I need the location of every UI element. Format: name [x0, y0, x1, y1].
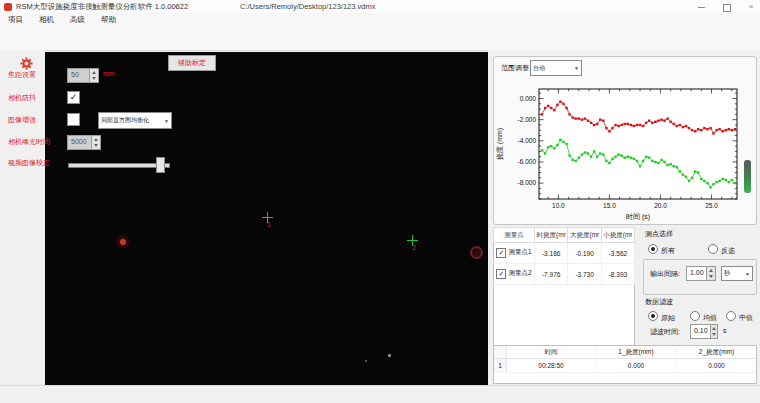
aux-calibration-button[interactable]: 辅助标定 — [168, 55, 216, 71]
svg-text:0.000: 0.000 — [520, 95, 537, 102]
radio-median[interactable]: 中值 — [726, 311, 753, 323]
video-red-dot-marker — [120, 239, 126, 245]
focal-length-value: 50 — [68, 69, 89, 82]
data-log-table: 时间 1_挠度(mm) 2_挠度(mm) 1 00:28:50 0.000 0.… — [493, 345, 757, 384]
video-correction-slider[interactable] — [68, 163, 170, 168]
stabilize-checkbox[interactable]: ✓ — [67, 91, 80, 104]
enhance-label: 图像增强 — [8, 115, 36, 125]
data-log-header: 时间 1_挠度(mm) 2_挠度(mm) — [494, 346, 756, 359]
exposure-value: 5000 — [68, 136, 91, 149]
point1-min: -3.562 — [601, 243, 634, 264]
radio-all[interactable]: 所有 — [648, 244, 675, 256]
focal-length-label: 焦距设置 — [8, 70, 36, 80]
app-window: RSM大型设施挠度非接触测量仪分析软件 1.0.00622 C:/Users/R… — [0, 0, 760, 403]
range-adjust-dropdown[interactable]: 自动▼ — [530, 60, 582, 76]
vertical-green-slider[interactable] — [744, 160, 751, 193]
enhance-mode-value: 局部直方图均衡化 — [101, 116, 149, 125]
video-correction-label: 视频图像校正 — [8, 158, 50, 168]
table-header-row: 测量点 时挠度(mr 大挠度(mr 小挠度(mr — [494, 228, 635, 243]
range-adjust-label: 范围调整 — [501, 63, 529, 73]
row-deflection2: 0.000 — [676, 362, 756, 369]
point1-max: -0.190 — [568, 243, 601, 264]
video-ring-marker — [470, 246, 483, 259]
svg-text:25.0: 25.0 — [705, 202, 718, 209]
col-max: 大挠度(mr — [568, 228, 601, 243]
point-select-title: 测点选择 — [645, 229, 673, 239]
row-time: 00:28:50 — [507, 362, 595, 369]
slider-handle[interactable] — [156, 157, 165, 173]
radio-invert[interactable]: 反选 — [708, 244, 735, 256]
point2-name: 测量点2 — [508, 269, 531, 276]
chevron-down-icon: ▼ — [164, 118, 169, 124]
focal-unit-label: mm — [103, 70, 115, 77]
target1-number: 1 — [267, 221, 271, 228]
minimize-button[interactable] — [694, 2, 708, 12]
row1-checkbox[interactable]: ✓ — [496, 248, 506, 258]
output-interval-value: 1.00 — [687, 267, 706, 280]
point1-name: 测量点1 — [508, 248, 531, 255]
svg-text:10.0: 10.0 — [552, 202, 565, 209]
point2-current: -7.976 — [534, 264, 567, 285]
filter-time-spinner[interactable]: 0.10 — [690, 324, 718, 339]
svg-text:-2.000: -2.000 — [518, 116, 537, 123]
radio-median-icon[interactable] — [726, 311, 736, 321]
maximize-button[interactable] — [720, 2, 734, 12]
radio-raw[interactable]: 原始 — [648, 311, 675, 323]
col-deflection1: 1_挠度(mm) — [595, 348, 676, 357]
row-index: 1 — [494, 359, 507, 372]
video-faint-dot — [365, 360, 367, 362]
table-row[interactable]: ✓测量点1 -3.186 -0.190 -3.562 — [494, 243, 635, 264]
close-button[interactable]: × — [744, 2, 758, 12]
col-current: 时挠度(mr — [534, 228, 567, 243]
svg-text:15.0: 15.0 — [603, 202, 616, 209]
exposure-spinner[interactable]: 5000 — [67, 135, 101, 150]
radio-mean[interactable]: 均值 — [690, 311, 717, 323]
svg-text:时间 (s): 时间 (s) — [626, 213, 650, 221]
filter-time-label: 滤波时间: — [650, 327, 680, 337]
menu-help[interactable]: 帮助 — [101, 15, 116, 25]
col-deflection2: 2_挠度(mm) — [676, 348, 756, 357]
stabilize-label: 相机防抖 — [8, 93, 36, 103]
data-log-row[interactable]: 1 00:28:50 0.000 0.000 — [494, 359, 756, 373]
range-adjust-value: 自动 — [533, 64, 545, 73]
video-faint-dot — [388, 354, 391, 357]
radio-invert-icon[interactable] — [708, 244, 718, 254]
output-unit-dropdown[interactable]: 秒▼ — [721, 266, 753, 281]
svg-text:-6.000: -6.000 — [518, 158, 537, 165]
output-interval-spinner[interactable]: 1.00 — [686, 266, 716, 281]
menu-bar: 项目 相机 高级 帮助 — [0, 13, 760, 26]
radio-raw-icon[interactable] — [648, 311, 658, 321]
point1-current: -3.186 — [534, 243, 567, 264]
focal-length-spinner[interactable]: 50 — [67, 68, 99, 83]
data-filter-title: 数据滤波 — [645, 297, 673, 307]
menu-camera[interactable]: 相机 — [39, 15, 54, 25]
output-interval-label: 输出间隔: — [650, 269, 680, 279]
radio-mean-icon[interactable] — [690, 311, 700, 321]
target2-number: 2 — [412, 244, 416, 251]
row-deflection1: 0.000 — [595, 362, 676, 369]
filter-time-value: 0.10 — [691, 325, 710, 338]
status-bar: 计算速率: 23.0，俯仰角: -1.29 倾斜角: -3.34 — [0, 385, 760, 403]
col-point: 测量点 — [494, 228, 535, 243]
toolbar: 8位像素▼ — [0, 26, 760, 51]
exposure-label: 相机曝光时间 — [8, 137, 50, 147]
point2-max: -3.730 — [568, 264, 601, 285]
gear-icon[interactable] — [20, 56, 33, 69]
menu-advanced[interactable]: 高级 — [70, 15, 85, 25]
output-unit-value: 秒 — [724, 269, 730, 278]
radio-all-icon[interactable] — [648, 244, 658, 254]
menu-project[interactable]: 项目 — [8, 15, 23, 25]
col-time: 时间 — [507, 348, 595, 357]
video-canvas[interactable]: 1 2 — [45, 52, 488, 385]
filter-time-unit: s — [723, 327, 727, 334]
enhance-mode-dropdown[interactable]: 局部直方图均衡化▼ — [98, 112, 172, 129]
chevron-down-icon: ▼ — [574, 65, 579, 71]
enhance-checkbox[interactable] — [67, 113, 80, 126]
measure-point-table: 测量点 时挠度(mr 大挠度(mr 小挠度(mr ✓测量点1 -3.186 -0… — [493, 227, 635, 348]
point2-min: -8.393 — [601, 264, 634, 285]
app-logo-icon — [4, 3, 12, 11]
title-bar: RSM大型设施挠度非接触测量仪分析软件 1.0.00622 C:/Users/R… — [0, 0, 760, 13]
open-file-path: C:/Users/Remoly/Desktop/123/123.vdmx — [240, 2, 375, 11]
row2-checkbox[interactable]: ✓ — [496, 269, 506, 279]
table-row[interactable]: ✓测量点2 -7.976 -3.730 -8.393 — [494, 264, 635, 285]
